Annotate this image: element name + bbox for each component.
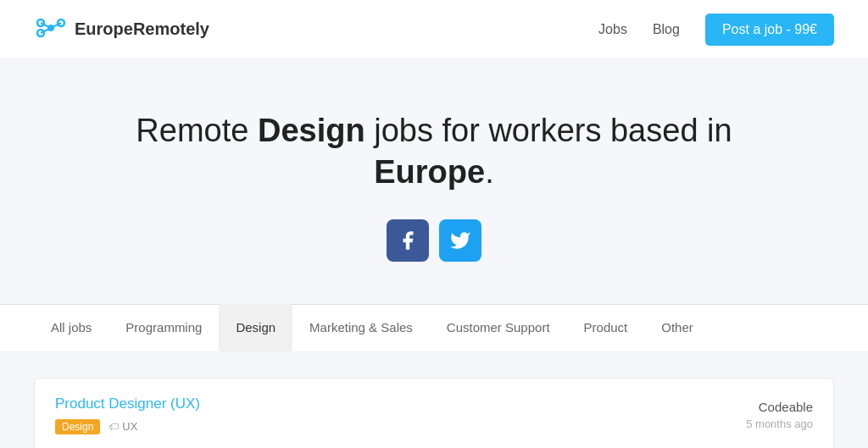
category-tabs: All jobs Programming Design Marketing & … <box>0 305 868 352</box>
nav-blog[interactable]: Blog <box>653 22 680 37</box>
ux-label: UX <box>122 420 137 433</box>
main-nav: Jobs Blog Post a job - 99€ <box>598 14 834 46</box>
hero-title-part1: Remote <box>136 113 258 148</box>
facebook-icon <box>397 230 419 252</box>
time-ago: 5 months ago <box>746 418 813 430</box>
job-info: Product Designer (UX) Design 🏷 UX <box>55 395 200 434</box>
job-meta: Codeable 5 months ago <box>746 400 813 430</box>
header: EuropeRemotely Jobs Blog Post a job - 99… <box>0 0 868 59</box>
social-icons <box>17 219 851 262</box>
twitter-icon <box>449 230 471 252</box>
logo-icon <box>34 11 68 48</box>
jobs-section: Product Designer (UX) Design 🏷 UX Codeab… <box>0 352 868 448</box>
logo[interactable]: EuropeRemotely <box>34 11 209 48</box>
tag-icon: 🏷 <box>108 421 119 433</box>
hero-section: Remote Design jobs for workers based inE… <box>0 59 868 304</box>
company-name: Codeable <box>746 400 813 414</box>
logo-text: EuropeRemotely <box>75 19 209 39</box>
hero-title: Remote Design jobs for workers based inE… <box>17 110 851 194</box>
job-title[interactable]: Product Designer (UX) <box>55 395 200 412</box>
tab-programming[interactable]: Programming <box>108 304 219 351</box>
tab-customer-support[interactable]: Customer Support <box>430 304 567 351</box>
post-job-button[interactable]: Post a job - 99€ <box>705 14 834 46</box>
facebook-button[interactable] <box>387 219 429 262</box>
design-tag[interactable]: Design <box>55 419 100 434</box>
job-tags: Design 🏷 UX <box>55 419 200 434</box>
nav-jobs[interactable]: Jobs <box>598 22 627 37</box>
hero-title-bold2: Europe <box>374 154 485 190</box>
tab-design[interactable]: Design <box>219 304 292 351</box>
hero-title-bold1: Design <box>258 113 365 148</box>
job-card: Product Designer (UX) Design 🏷 UX Codeab… <box>34 378 834 448</box>
hero-title-period: . <box>485 154 494 190</box>
tab-other[interactable]: Other <box>644 304 710 351</box>
tab-marketing-sales[interactable]: Marketing & Sales <box>292 304 430 351</box>
hero-title-part2: jobs for workers based in <box>365 113 732 148</box>
ux-tag[interactable]: 🏷 UX <box>108 420 137 433</box>
tab-all-jobs[interactable]: All jobs <box>34 304 108 351</box>
tab-product[interactable]: Product <box>567 304 645 351</box>
twitter-button[interactable] <box>439 219 481 262</box>
